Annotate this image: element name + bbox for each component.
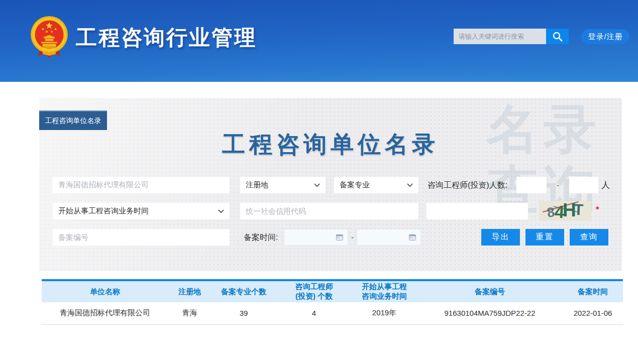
chevron-down-icon	[314, 183, 320, 187]
national-emblem-logo	[28, 15, 70, 59]
captcha-image[interactable]: 8 4 H T	[539, 201, 591, 221]
engineer-count-min-input[interactable]	[516, 177, 547, 193]
col-header-start-time: 开始从事工程 咨询业务时间	[352, 280, 417, 302]
reset-button[interactable]: 重置	[525, 229, 564, 246]
record-number-input[interactable]	[53, 229, 230, 246]
col-header-specialty-count: 备案专业个数	[211, 280, 276, 302]
cell-engineer-count: 4	[276, 302, 352, 324]
credit-code-input[interactable]	[240, 203, 418, 219]
cell-region: 青海	[168, 302, 211, 324]
company-name-input[interactable]	[53, 177, 230, 193]
col-header-unit-name: 单位名称	[42, 280, 168, 302]
cell-start-time: 2019年	[352, 302, 417, 324]
search-button[interactable]	[546, 29, 569, 44]
engineer-count-max-input[interactable]	[569, 177, 598, 193]
tab-directory[interactable]: 工程咨询单位名录	[39, 110, 107, 130]
record-time-separator: -	[351, 229, 354, 246]
query-panel: 名录 查询 工程咨询单位名录 工程咨询单位名录 注册地 备案专业 咨询工程师(投…	[39, 98, 622, 271]
record-time-start-datepicker[interactable]	[284, 229, 348, 246]
table-row: 青海国德招标代理有限公司 青海 39 4 2019年 91630104MA759…	[42, 302, 623, 324]
captcha-char: T	[573, 201, 583, 217]
site-title: 工程咨询行业管理	[76, 24, 257, 52]
site-header: 工程咨询行业管理 登录/注册	[0, 0, 638, 82]
specialty-select-value: 备案专业	[340, 180, 370, 190]
export-button[interactable]: 导出	[481, 229, 520, 246]
region-select[interactable]: 注册地	[240, 177, 326, 193]
results-table: 单位名称 注册地 备案专业个数 咨询工程师 (投资) 个数 开始从事工程 咨询业…	[42, 279, 623, 325]
start-time-select-value: 开始从事工程咨询业务时间	[58, 206, 149, 216]
required-asterisk: *	[596, 205, 599, 215]
cell-record-number: 91630104MA759JDP22-22	[417, 302, 563, 324]
col-header-region: 注册地	[168, 280, 211, 302]
table-header-row: 单位名称 注册地 备案专业个数 咨询工程师 (投资) 个数 开始从事工程 咨询业…	[42, 280, 623, 302]
national-emblem-icon	[28, 15, 70, 59]
header-search	[454, 29, 569, 44]
col-header-engineer-count: 咨询工程师 (投资) 个数	[276, 280, 352, 302]
record-time-label: 备案时间:	[244, 229, 278, 246]
page: 工程咨询行业管理 登录/注册 名录 查询 工程咨询单位名录 工程咨询单位名录 注…	[0, 0, 638, 364]
specialty-select[interactable]: 备案专业	[334, 177, 418, 193]
engineer-count-separator: -	[557, 177, 559, 193]
col-header-record-number: 备案编号	[417, 280, 563, 302]
captcha-input[interactable]	[427, 203, 528, 219]
login-register-button[interactable]: 登录/注册	[581, 29, 629, 44]
cell-record-time: 2022-01-06	[563, 302, 623, 324]
chevron-down-icon	[407, 183, 413, 187]
calendar-icon	[409, 234, 416, 240]
calendar-icon	[336, 234, 343, 240]
region-select-value: 注册地	[246, 180, 268, 190]
engineer-count-label: 咨询工程师(投资)人数:	[428, 177, 507, 193]
cell-unit-name: 青海国德招标代理有限公司	[42, 302, 168, 324]
start-time-select[interactable]: 开始从事工程咨询业务时间	[53, 203, 230, 219]
cell-specialty-count: 39	[211, 302, 276, 324]
chevron-down-icon	[218, 209, 224, 213]
engineer-count-unit: 人	[601, 177, 610, 193]
col-header-record-time: 备案时间	[563, 280, 623, 302]
query-button[interactable]: 查询	[570, 229, 608, 246]
record-time-end-datepicker[interactable]	[357, 229, 421, 246]
panel-title: 工程咨询单位名录	[39, 129, 622, 160]
search-icon	[552, 31, 563, 42]
search-input[interactable]	[454, 29, 546, 44]
